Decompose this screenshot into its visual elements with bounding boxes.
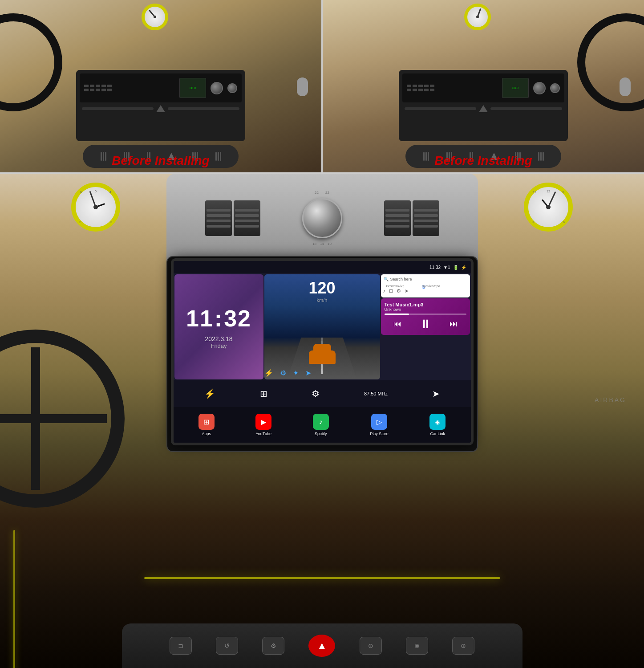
playstore-icon: ▷	[371, 414, 387, 430]
music-title: Test Music1.mp3	[385, 302, 466, 307]
right-vents	[384, 200, 439, 236]
ambient-strip-bottom	[144, 577, 500, 579]
spotify-label: Spotify	[315, 432, 327, 436]
radio-freq-display: 87.50 MHz	[364, 391, 388, 396]
screen-colon: :	[215, 305, 223, 332]
grid-icon: ⊞	[260, 388, 267, 399]
radio-unit-left: 88.0	[76, 70, 245, 141]
nav-arrow-icon: ➤	[432, 388, 440, 399]
screen-clock-panel: 11 : 32 2022.3.18 Friday	[174, 274, 263, 379]
screen-apps-bar: ⊞ Apps ▶ YouTube ♪ Spotify	[174, 407, 471, 443]
hazard-triangle-icon: ▲	[317, 640, 327, 652]
music-progress-bar	[385, 314, 466, 315]
spotify-icon: ♪	[313, 414, 329, 430]
app-playstore[interactable]: ▷ Play Store	[370, 414, 389, 436]
bt-icon-row: ⚡ ⚙ ✦ ➤	[264, 369, 311, 377]
car-btn-3[interactable]: ⚙	[262, 637, 284, 655]
youtube-label: YouTube	[256, 432, 271, 436]
screen-right-panels: 🔍 Search here Θεσσαλονίκη Ωραιόκαστρο	[381, 274, 470, 379]
gauge-left-big: 5 4 3 2 6	[71, 183, 120, 232]
car-btn-1[interactable]: ⊐	[170, 637, 192, 655]
airbag-label: AIRBAG	[595, 396, 626, 403]
before-photo-right: 88.0 Before In	[323, 0, 644, 172]
carlink-icon: ◈	[429, 414, 446, 430]
car-silhouette-icon	[309, 350, 336, 364]
app-youtube[interactable]: ▶ YouTube	[255, 414, 271, 436]
ambient-strip-left	[13, 530, 15, 668]
car-btn-5[interactable]: ⊗	[406, 637, 428, 655]
status-signal: ▼1	[443, 265, 450, 270]
status-battery: 🔋	[453, 265, 458, 270]
center-controls: 2222 181410	[302, 191, 342, 246]
screen-day: Friday	[211, 342, 227, 349]
speed-number: 120	[308, 279, 335, 297]
app-apps[interactable]: ⊞ Apps	[198, 414, 215, 436]
map-arrow-icon: ➤	[405, 288, 409, 294]
bluetooth-icon: ⚡	[264, 369, 273, 377]
map-search-text: Search here	[390, 277, 412, 281]
car-btn-6[interactable]: ⊕	[452, 637, 474, 655]
radio-freq-text: 87.50 MHz	[364, 391, 388, 396]
hvac-panel: 2222 181410	[166, 174, 478, 263]
keyhole-right	[620, 77, 631, 96]
bt-icon: ⚡	[204, 388, 215, 399]
gauge-right-big: 12 3 6 9 11	[524, 183, 573, 232]
screen-drive-panel: 120 km/h ⚡ ⚙ ✦ ➤	[264, 274, 380, 379]
before-label-left: Before Installing	[112, 154, 209, 168]
before-label-right: Before Installing	[434, 154, 532, 168]
car-btn-2[interactable]: ↺	[216, 637, 238, 655]
status-time: 11:32	[429, 265, 441, 270]
youtube-icon: ▶	[255, 414, 271, 430]
before-photo-left: 88.0	[0, 0, 323, 172]
music-progress-fill	[385, 314, 409, 315]
carlink-label: Car Link	[430, 432, 445, 436]
gear-icon: ✦	[293, 369, 299, 377]
hvac-knob[interactable]	[302, 198, 342, 238]
music-artist: Unknown	[385, 307, 466, 312]
middle-icon-settings[interactable]: ⚙	[312, 388, 320, 399]
gauge-right-top	[464, 4, 491, 30]
keyhole-left	[297, 77, 308, 96]
app-spotify[interactable]: ♪ Spotify	[313, 414, 329, 436]
map-settings-icon: ⚙	[397, 288, 401, 294]
screen-hour: 11	[186, 305, 214, 332]
apps-icon: ⊞	[198, 414, 215, 430]
map-grid-icon: ⊞	[389, 288, 393, 294]
music-note-icon: ♪	[383, 288, 386, 293]
music-play-button[interactable]: ⏸	[419, 317, 432, 331]
speed-unit: km/h	[308, 297, 335, 303]
screen-time-display: 11 : 32	[186, 305, 251, 332]
left-vents	[205, 200, 260, 236]
settings-gear-icon: ⚙	[312, 388, 320, 399]
middle-icon-grid[interactable]: ⊞	[260, 388, 267, 399]
music-prev-button[interactable]: ⏮	[393, 319, 401, 329]
middle-icon-bt[interactable]: ⚡	[204, 388, 215, 399]
screen-map-panel[interactable]: 🔍 Search here Θεσσαλονίκη Ωραιόκαστρο	[381, 274, 470, 297]
speed-display: 120 km/h	[308, 279, 335, 303]
navigation-icon: ➤	[305, 369, 311, 377]
head-unit-screen[interactable]: 11:32 ▼1 🔋 ⚡ 11 : 32 2022.3.18 Friday	[171, 258, 474, 445]
screen-date: 2022.3.18	[205, 335, 232, 342]
screen-statusbar: 11:32 ▼1 🔋 ⚡	[174, 261, 471, 273]
apps-label: Apps	[202, 432, 211, 436]
settings-icon: ⚙	[280, 369, 286, 377]
screen-minute: 32	[224, 305, 251, 332]
before-installing-section: 88.0	[0, 0, 644, 174]
music-next-button[interactable]: ⏭	[450, 319, 458, 329]
car-bottom-bar: ⊐ ↺ ⚙ ▲ ⊙ ⊗ ⊕	[122, 623, 522, 668]
status-wifi: ⚡	[461, 265, 466, 270]
gauge-left-top	[142, 4, 168, 30]
music-controls[interactable]: ⏮ ⏸ ⏭	[385, 317, 466, 331]
app-carlink[interactable]: ◈ Car Link	[429, 414, 446, 436]
middle-icon-nav[interactable]: ➤	[432, 388, 440, 399]
screen-music-panel[interactable]: Test Music1.mp3 Unknown ⏮ ⏸ ⏭	[381, 298, 470, 335]
radio-unit-right: 88.0	[399, 70, 568, 141]
playstore-label: Play Store	[370, 432, 389, 436]
screen-main-area: 11 : 32 2022.3.18 Friday 120	[174, 273, 471, 380]
hazard-button[interactable]: ▲	[308, 635, 335, 657]
map-search-bar: 🔍 Search here	[381, 274, 470, 284]
after-installing-section: 5 4 3 2 6 12 3 6 9 11 2222 181410	[0, 174, 644, 668]
screen-middle-row: ⚡ ⊞ ⚙ 87.50 MHz ➤	[174, 380, 471, 407]
car-btn-4[interactable]: ⊙	[360, 637, 382, 655]
